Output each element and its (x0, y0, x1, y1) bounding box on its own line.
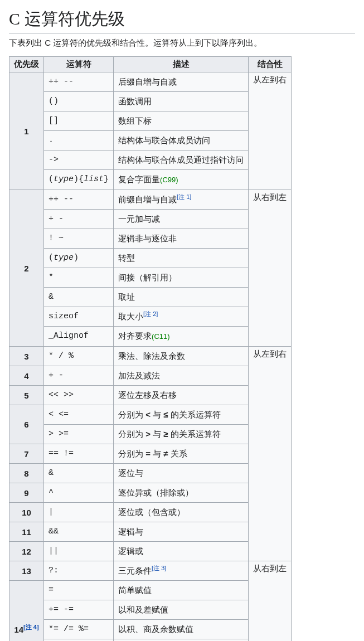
description-item: 逻辑与 (114, 522, 248, 541)
operator-cell: && (44, 522, 114, 542)
description-cell: 分别为 = 与 ≠ 关系 (114, 444, 249, 464)
precedence-cell: 4 (9, 366, 44, 386)
operator-item: ^ (44, 483, 113, 502)
operator-cell: < <=> >= (44, 405, 114, 444)
description-item: 前缀自增与自减[注 1] (114, 190, 248, 210)
operator-cell: =+= -=*= /= %=<<= >>=&= ^= |= (44, 581, 114, 642)
operator-cell: || (44, 542, 114, 561)
precedence-cell: 3 (9, 347, 44, 366)
operator-item: ++ -- (44, 190, 113, 210)
description-cell: 加法及减法 (114, 366, 249, 386)
description-cell: 逐位与 (114, 464, 249, 483)
operator-item: (type){list} (44, 170, 113, 189)
precedence-cell: 12 (9, 542, 44, 561)
precedence-cell: 7 (9, 444, 44, 464)
operator-item: && (44, 522, 113, 541)
operator-item: . (44, 131, 113, 150)
description-item: 后缀自增与自减 (114, 72, 248, 92)
associativity-cell: 从右到左 (249, 190, 292, 347)
operator-cell: ?: (44, 561, 114, 581)
operator-item: * / % (44, 347, 113, 366)
description-item: 分别为 > 与 ≥ 的关系运算符 (114, 425, 248, 444)
operator-item: | (44, 503, 113, 522)
description-cell: 后缀自增与自减函数调用数组下标结构体与联合体成员访问结构体与联合体成员通过指针访… (114, 72, 249, 190)
operator-cell: | (44, 503, 114, 522)
operator-item: = (44, 581, 113, 600)
operator-item: & (44, 464, 113, 483)
operator-cell: ++ --()[].->(type){list} (44, 72, 114, 190)
description-item: 以和及差赋值 (114, 600, 248, 620)
operator-item: += -= (44, 600, 113, 620)
description-cell: 逐位或（包含或） (114, 503, 249, 522)
description-cell: 逐位左移及右移 (114, 386, 249, 405)
description-item: 取址 (114, 288, 248, 307)
operator-item: || (44, 542, 113, 561)
description-item: 间接（解引用） (114, 268, 248, 288)
description-item: 分别为 = 与 ≠ 关系 (114, 444, 248, 463)
operator-item: << >> (44, 386, 113, 405)
description-cell: 逻辑与 (114, 522, 249, 542)
description-cell: 逐位异或（排除或） (114, 483, 249, 503)
description-item: 逐位与 (114, 464, 248, 483)
description-cell: 逻辑或 (114, 542, 249, 561)
description-item: 加法及减法 (114, 366, 248, 385)
operator-cell: << >> (44, 386, 114, 405)
precedence-cell: 2 (9, 190, 44, 347)
description-item: 一元加与减 (114, 210, 248, 229)
operator-item: * (44, 268, 113, 288)
description-cell: 简单赋值以和及差赋值以积、商及余数赋值以逐位左移及右移赋值以逐位与、异或及或赋值 (114, 581, 249, 642)
description-item: 逻辑或 (114, 542, 248, 561)
operator-cell: + - (44, 366, 114, 386)
description-cell: 前缀自增与自减[注 1]一元加与减逻辑非与逐位非转型间接（解引用）取址取大小[注… (114, 190, 249, 347)
operator-cell: * / % (44, 347, 114, 366)
operator-item: & (44, 288, 113, 307)
precedence-cell: 10 (9, 503, 44, 522)
precedence-cell: 13 (9, 561, 44, 581)
description-item: 数组下标 (114, 111, 248, 131)
description-cell: 三元条件[注 3] (114, 561, 249, 581)
operator-item: [] (44, 111, 113, 131)
description-item: 逐位或（包含或） (114, 503, 248, 522)
description-item: 逐位异或（排除或） (114, 483, 248, 502)
description-item: 简单赋值 (114, 581, 248, 600)
description-item: 对齐要求(C11) (114, 327, 248, 346)
operator-item: == != (44, 444, 113, 463)
operator-item: > >= (44, 425, 113, 444)
operator-cell: & (44, 464, 114, 483)
description-item: 逻辑非与逐位非 (114, 229, 248, 249)
intro-paragraph: 下表列出 C 运算符的优先级和结合性。运算符从上到下以降序列出。 (9, 38, 355, 48)
header-operator: 运算符 (44, 57, 114, 72)
operator-item: sizeof (44, 307, 113, 327)
precedence-cell: 11 (9, 522, 44, 542)
description-item: 转型 (114, 249, 248, 268)
operator-item: -> (44, 150, 113, 170)
description-item: 以积、商及余数赋值 (114, 620, 248, 639)
description-cell: 分别为 < 与 ≤ 的关系运算符分别为 > 与 ≥ 的关系运算符 (114, 405, 249, 444)
header-associativity: 结合性 (249, 57, 292, 72)
associativity-cell: 从右到左 (249, 561, 292, 642)
precedence-cell: 1 (9, 72, 44, 190)
header-description: 描述 (114, 57, 249, 72)
precedence-cell: 8 (9, 464, 44, 483)
precedence-cell: 9 (9, 483, 44, 503)
associativity-cell: 从左到右 (249, 72, 292, 190)
precedence-cell: 6 (9, 405, 44, 444)
operator-item: ! ~ (44, 229, 113, 249)
header-precedence: 优先级 (9, 57, 44, 72)
description-item: 结构体与联合体成员通过指针访问 (114, 150, 248, 170)
operator-item: ++ -- (44, 72, 113, 92)
precedence-cell: 5 (9, 386, 44, 405)
operator-cell: == != (44, 444, 114, 464)
description-item: 逐位左移及右移 (114, 386, 248, 405)
page-title: C 运算符优先级 (9, 8, 355, 33)
operator-item: _Alignof (44, 327, 113, 346)
operator-precedence-table: 优先级 运算符 描述 结合性 1++ --()[].->(type){list}… (9, 56, 292, 641)
description-item: 取大小[注 2] (114, 307, 248, 327)
operator-item: ?: (44, 561, 113, 580)
operator-item: (type) (44, 249, 113, 268)
description-item: 复合字面量(C99) (114, 170, 248, 190)
table-row: 13?:三元条件[注 3]从右到左 (9, 561, 292, 581)
description-item: 函数调用 (114, 92, 248, 111)
table-row: 2++ --+ -! ~(type)*&sizeof_Alignof前缀自增与自… (9, 190, 292, 347)
description-item: 结构体与联合体成员访问 (114, 131, 248, 150)
